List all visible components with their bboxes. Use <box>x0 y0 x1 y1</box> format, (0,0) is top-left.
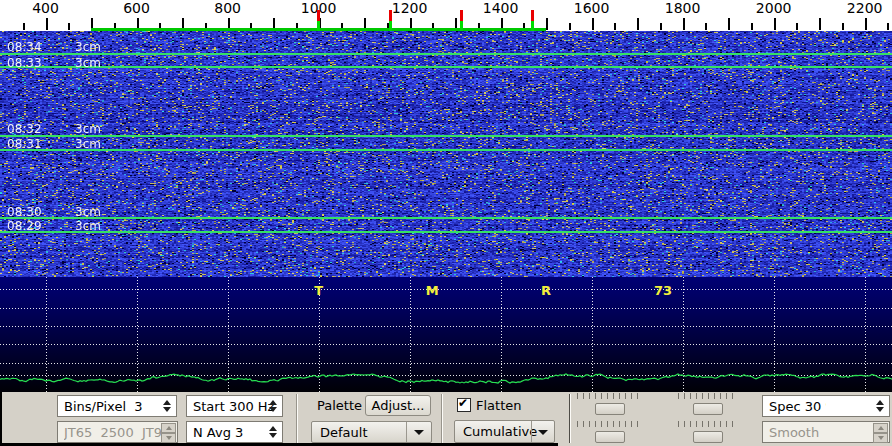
spectrum-display[interactable]: TMR73 <box>0 277 892 392</box>
scale-tick <box>546 18 548 30</box>
spin-up-button[interactable] <box>875 399 885 406</box>
scale-tick <box>637 18 639 30</box>
timestamp-label: 08:29 <box>7 219 42 233</box>
jt65-jt9-split-value: JT65 2500 JT9 <box>64 425 162 440</box>
waterfall-display[interactable]: 08:343cm08:333cm08:323cm08:313cm08:303cm… <box>0 31 892 277</box>
spin-down-icon <box>163 407 171 412</box>
spin-up-icon <box>878 426 884 430</box>
scale-tick <box>592 18 594 30</box>
palette-combobox[interactable]: Default <box>311 421 432 443</box>
scale-label: 400 <box>32 0 59 16</box>
spin-up-icon <box>269 426 277 431</box>
slider-tick-marks <box>678 393 737 399</box>
spin-up-icon <box>269 400 277 405</box>
scale-label: 600 <box>123 0 150 16</box>
spin-up-button[interactable] <box>268 425 278 432</box>
period-separator-line <box>0 53 892 55</box>
slider-tick-marks <box>678 421 737 427</box>
scale-tick <box>796 23 798 30</box>
scale-tick <box>705 23 707 30</box>
dropdown-arrow-area[interactable] <box>406 422 431 442</box>
scale-tick <box>614 23 616 30</box>
palette-selected-value: Default <box>320 425 368 440</box>
timestamp-label: 08:33 <box>7 56 42 70</box>
spin-up-icon <box>876 400 884 405</box>
scale-tick <box>819 18 821 30</box>
n-avg-spinbox[interactable]: N Avg 3 <box>186 421 283 443</box>
period-separator-line <box>0 217 892 219</box>
scale-tick <box>683 18 685 30</box>
scale-tick <box>865 18 867 30</box>
band-label: 3cm <box>75 122 101 136</box>
start-frequency-value: Start 300 Hz <box>193 399 274 414</box>
spec-percent-spinbox[interactable]: Spec 30 % <box>762 395 890 417</box>
smooth-value: Smooth 3 <box>769 425 819 440</box>
spectrum-trace <box>0 277 892 392</box>
spin-down-button[interactable] <box>268 432 278 439</box>
scale-tick <box>46 18 48 30</box>
palette-adjust-button[interactable]: Adjust... <box>365 395 431 416</box>
scale-label: 1600 <box>574 0 610 16</box>
spin-up-button[interactable] <box>268 399 278 406</box>
spin-down-button[interactable] <box>875 406 885 413</box>
spin-up-icon <box>163 400 171 405</box>
spin-down-button[interactable] <box>162 406 172 413</box>
spin-up-button <box>873 423 888 433</box>
band-label: 3cm <box>75 137 101 151</box>
spin-down-icon <box>269 433 277 438</box>
n-avg-value: N Avg 3 <box>193 425 243 440</box>
separator <box>569 394 571 443</box>
tone-marker-green <box>317 21 320 31</box>
slider-handle[interactable] <box>693 431 723 443</box>
timestamp-label: 08:34 <box>7 40 42 54</box>
spectrum-mode-combobox[interactable]: Cumulative <box>454 420 555 443</box>
scale-tick <box>23 23 25 30</box>
slider-tick-marks <box>577 421 638 427</box>
bins-per-pixel-spinbox[interactable]: Bins/Pixel 3 <box>57 395 177 417</box>
spin-down-icon <box>876 407 884 412</box>
spin-up-button[interactable] <box>162 399 172 406</box>
tone-marker-green <box>389 21 392 31</box>
slider-handle[interactable] <box>595 403 625 415</box>
slider-handle[interactable] <box>693 403 723 415</box>
scale-tick <box>751 23 753 30</box>
spin-down-button[interactable] <box>268 406 278 413</box>
spectrum-gain-slider[interactable] <box>577 421 638 444</box>
spin-down-icon <box>166 436 172 440</box>
slider-tick-marks <box>577 393 638 399</box>
start-frequency-spinbox[interactable]: Start 300 Hz <box>186 395 283 417</box>
spin-down-icon <box>269 407 277 412</box>
spectrum-zero-slider[interactable] <box>678 421 737 444</box>
flatten-checkbox[interactable]: ✔ <box>457 398 471 412</box>
palette-adjust-label: Adjust... <box>371 398 424 413</box>
spin-up-button <box>161 423 176 433</box>
frequency-scale[interactable]: 4006008001000120014001600180020002200 <box>0 0 892 31</box>
band-label: 3cm <box>75 205 101 219</box>
spin-up-icon <box>166 426 172 430</box>
timestamp-label: 08:31 <box>7 137 42 151</box>
scale-tick <box>728 18 730 30</box>
scale-label: 1800 <box>665 0 701 16</box>
spin-down-icon <box>878 436 884 440</box>
dropdown-arrow-area[interactable] <box>531 421 554 442</box>
band-label: 3cm <box>75 219 101 233</box>
scale-tick <box>842 23 844 30</box>
spin-down-button <box>873 433 888 443</box>
spec-percent-value: Spec 30 % <box>769 399 826 414</box>
chevron-down-icon <box>538 430 548 435</box>
slider-handle[interactable] <box>595 431 625 443</box>
flatten-label: Flatten <box>476 398 522 413</box>
band-label: 3cm <box>75 56 101 70</box>
tone-marker-green <box>531 21 534 31</box>
timestamp-label: 08:30 <box>7 205 42 219</box>
control-bar: Bins/Pixel 3 Start 300 Hz JT65 2500 JT9 … <box>0 392 892 446</box>
wide-graph-window: 4006008001000120014001600180020002200 08… <box>0 0 892 446</box>
period-separator-line <box>0 135 892 137</box>
bins-per-pixel-value: Bins/Pixel 3 <box>64 399 143 414</box>
scale-tick <box>774 18 776 30</box>
scale-tick <box>887 23 889 30</box>
scale-tick <box>660 23 662 30</box>
waterfall-gain-slider[interactable] <box>577 393 638 416</box>
waterfall-zero-slider[interactable] <box>678 393 737 416</box>
spin-down-button <box>161 433 176 443</box>
